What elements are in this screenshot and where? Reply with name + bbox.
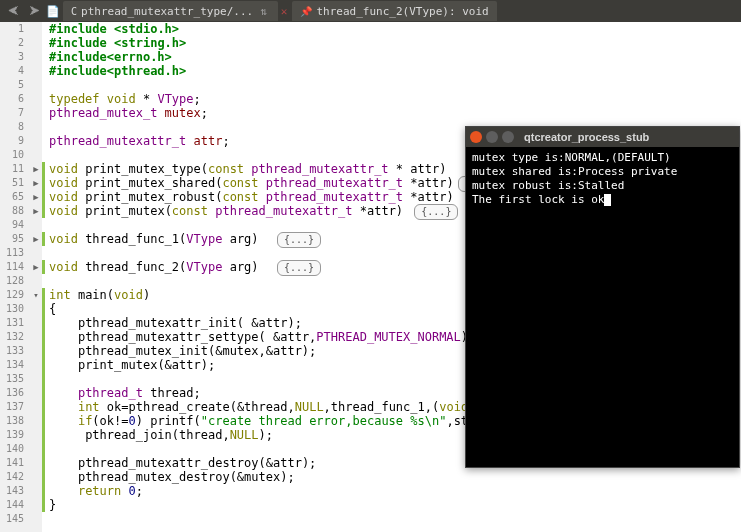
top-toolbar: ⮜ ⮞ 📄 C pthread_mutexattr_type/... ⇅ ✕ 📌… — [0, 0, 741, 22]
line-number: 51 — [0, 176, 24, 190]
line-number: 130 — [0, 302, 24, 316]
line-number: 142 — [0, 470, 24, 484]
line-number: 138 — [0, 414, 24, 428]
line-number: 139 — [0, 428, 24, 442]
fold-marker-icon[interactable] — [30, 498, 42, 512]
fold-marker-icon[interactable] — [30, 344, 42, 358]
close-tab-icon[interactable]: ✕ — [279, 5, 290, 18]
fold-ellipsis[interactable]: {...} — [277, 232, 321, 248]
fold-marker-icon[interactable] — [30, 50, 42, 64]
tab-dropdown-icon[interactable]: ⇅ — [257, 5, 270, 18]
line-number: 133 — [0, 344, 24, 358]
fold-ellipsis[interactable]: {...} — [414, 204, 458, 220]
fold-marker-icon[interactable]: ▶ — [30, 260, 42, 274]
line-number: 137 — [0, 400, 24, 414]
fold-marker-icon[interactable]: ▶ — [30, 190, 42, 204]
fold-marker-icon[interactable] — [30, 470, 42, 484]
fold-marker-icon[interactable] — [30, 512, 42, 526]
line-number: 5 — [0, 78, 24, 92]
terminal-title: qtcreator_process_stub — [524, 131, 649, 143]
line-number: 6 — [0, 92, 24, 106]
line-number: 65 — [0, 190, 24, 204]
nav-fwd-icon[interactable]: ⮞ — [25, 5, 44, 18]
line-number: 131 — [0, 316, 24, 330]
line-number: 4 — [0, 64, 24, 78]
fold-marker-icon[interactable] — [30, 148, 42, 162]
line-number: 95 — [0, 232, 24, 246]
pin-icon: 📌 — [300, 6, 312, 17]
fold-marker-icon[interactable] — [30, 456, 42, 470]
code-line: typedef void * VType; — [49, 92, 741, 106]
nav-back-icon[interactable]: ⮜ — [4, 5, 23, 18]
terminal-close-icon[interactable] — [470, 131, 482, 143]
fold-marker-icon[interactable] — [30, 386, 42, 400]
line-number-gutter: 1234567891011516588949511311412812913013… — [0, 22, 30, 532]
line-number: 128 — [0, 274, 24, 288]
code-line: #include <string.h> — [49, 36, 741, 50]
fold-marker-icon[interactable] — [30, 414, 42, 428]
line-number: 88 — [0, 204, 24, 218]
line-number: 132 — [0, 330, 24, 344]
fold-marker-icon[interactable] — [30, 302, 42, 316]
fold-marker-icon[interactable] — [30, 22, 42, 36]
terminal-line: mutex robust is:Stalled — [472, 179, 733, 193]
fold-marker-icon[interactable] — [30, 442, 42, 456]
fold-marker-icon[interactable] — [30, 428, 42, 442]
fold-marker-icon[interactable]: ▶ — [30, 232, 42, 246]
terminal-maximize-icon[interactable] — [502, 131, 514, 143]
terminal-cursor — [604, 194, 611, 206]
fold-marker-icon[interactable] — [30, 92, 42, 106]
fold-marker-icon[interactable]: ▶ — [30, 176, 42, 190]
fold-marker-icon[interactable] — [30, 64, 42, 78]
line-number: 114 — [0, 260, 24, 274]
fold-marker-icon[interactable] — [30, 274, 42, 288]
line-number: 11 — [0, 162, 24, 176]
fold-marker-icon[interactable] — [30, 78, 42, 92]
terminal-minimize-icon[interactable] — [486, 131, 498, 143]
tab-label: pthread_mutexattr_type/... — [81, 5, 253, 18]
line-number: 9 — [0, 134, 24, 148]
fold-marker-icon[interactable] — [30, 358, 42, 372]
line-number: 7 — [0, 106, 24, 120]
line-number: 113 — [0, 246, 24, 260]
fold-marker-icon[interactable] — [30, 372, 42, 386]
fold-ellipsis[interactable]: {...} — [277, 260, 321, 276]
code-line: pthread_mutex_destroy(&mutex); — [49, 470, 741, 484]
line-number: 129 — [0, 288, 24, 302]
line-number: 141 — [0, 456, 24, 470]
code-line — [49, 512, 741, 526]
fold-marker-icon[interactable] — [30, 400, 42, 414]
fold-marker-icon[interactable] — [30, 106, 42, 120]
code-line: #include<pthread.h> — [49, 64, 741, 78]
fold-marker-icon[interactable] — [30, 484, 42, 498]
line-number: 145 — [0, 512, 24, 526]
code-line — [49, 78, 741, 92]
terminal-window[interactable]: qtcreator_process_stub mutex type is:NOR… — [465, 126, 740, 468]
fold-marker-icon[interactable]: ▶ — [30, 162, 42, 176]
line-number: 135 — [0, 372, 24, 386]
fold-marker-icon[interactable] — [30, 316, 42, 330]
fold-marker-icon[interactable] — [30, 36, 42, 50]
terminal-titlebar[interactable]: qtcreator_process_stub — [466, 127, 739, 147]
fold-marker-icon[interactable] — [30, 134, 42, 148]
code-line: #include<errno.h> — [49, 50, 741, 64]
fold-marker-icon[interactable] — [30, 218, 42, 232]
line-number: 136 — [0, 386, 24, 400]
terminal-line: The first lock is ok — [472, 193, 733, 207]
line-number: 3 — [0, 50, 24, 64]
file-tab-1[interactable]: C pthread_mutexattr_type/... ⇅ — [63, 1, 278, 21]
fold-marker-icon[interactable] — [30, 330, 42, 344]
line-number: 140 — [0, 442, 24, 456]
fold-marker-icon[interactable] — [30, 246, 42, 260]
line-number: 2 — [0, 36, 24, 50]
code-line: } — [49, 498, 741, 512]
fold-marker-icon[interactable] — [30, 120, 42, 134]
code-line: return 0; — [49, 484, 741, 498]
line-number: 8 — [0, 120, 24, 134]
save-icon[interactable]: 📄 — [46, 4, 60, 18]
fold-gutter: ▶▶▶▶▶▶▾ — [30, 22, 42, 532]
fold-marker-icon[interactable]: ▶ — [30, 204, 42, 218]
line-number: 10 — [0, 148, 24, 162]
fold-marker-icon[interactable]: ▾ — [30, 288, 42, 302]
symbol-tab[interactable]: 📌 thread_func_2(VType): void — [292, 1, 496, 21]
